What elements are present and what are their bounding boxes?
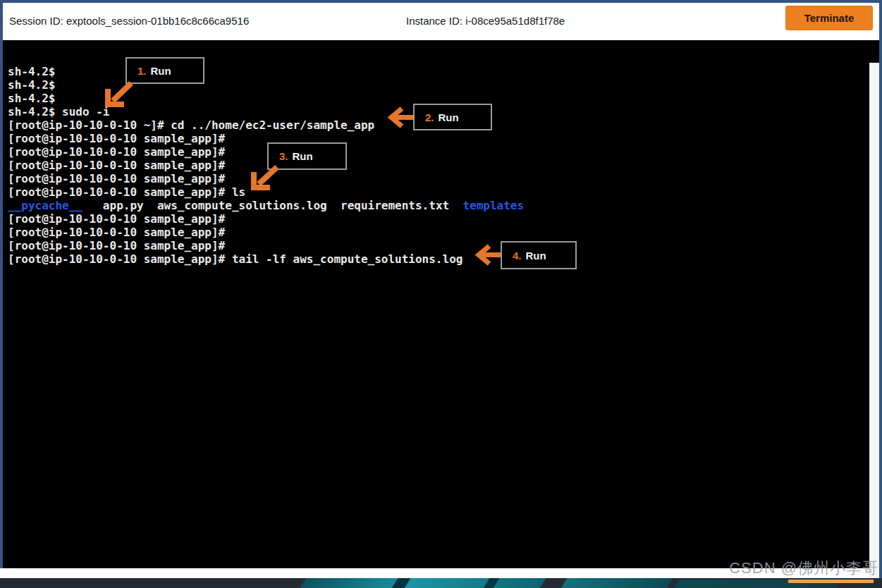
- background-image-strip: [0, 578, 882, 588]
- terminal-line: sh-4.2$: [8, 78, 524, 92]
- callout-step-2: 2. Run: [413, 104, 492, 130]
- terminal-line: [root@ip-10-10-0-10 sample_app]#: [8, 226, 524, 239]
- instance-id: Instance ID: i-08ce95a51d8f1f78e: [406, 15, 565, 27]
- callout-2-number: 2.: [425, 111, 434, 123]
- session-id-label: Session ID:: [9, 15, 63, 27]
- callout-1-label: Run: [151, 65, 171, 77]
- terminal-line: [root@ip-10-10-0-10 sample_app]# tail -l…: [8, 252, 524, 266]
- watermark-underline: [788, 580, 874, 583]
- frame-border-right: [879, 0, 882, 578]
- terminal-scrollbar[interactable]: [869, 63, 879, 578]
- teal-shape: [300, 578, 546, 588]
- left-arrow-icon: [474, 243, 502, 267]
- terminal-line: [root@ip-10-10-0-10 sample_app]#: [8, 132, 524, 145]
- terminal-line: [root@ip-10-10-0-10 sample_app]#: [8, 145, 524, 159]
- terminal-line: sh-4.2$: [8, 65, 524, 78]
- session-manager-window: Session ID: exptools_session-01bb16c8c66…: [0, 0, 882, 588]
- down-left-arrow-icon: [246, 164, 280, 194]
- callout-step-4: 4. Run: [501, 241, 577, 269]
- terminal-line: [root@ip-10-10-0-10 sample_app]#: [8, 239, 524, 252]
- terminal-line: [root@ip-10-10-0-10 sample_app]#: [8, 212, 524, 226]
- down-left-arrow-icon: [100, 80, 134, 111]
- terminal-line: __pycache__ app.py aws_compute_solutions…: [8, 199, 524, 212]
- callout-4-label: Run: [526, 250, 546, 262]
- terminate-button[interactable]: Terminate: [785, 6, 873, 30]
- session-header: Session ID: exptools_session-01bb16c8c66…: [3, 3, 879, 40]
- csdn-watermark: CSDN @佛州小李哥: [729, 558, 878, 579]
- frame-border-left: [0, 0, 3, 568]
- callout-3-number: 3.: [279, 150, 288, 162]
- session-id: Session ID: exptools_session-01bb16c8c66…: [9, 15, 249, 27]
- instance-id-label: Instance ID:: [406, 15, 463, 27]
- callout-step-1: 1. Run: [125, 57, 204, 84]
- instance-id-value: i-08ce95a51d8f1f78e: [465, 15, 565, 27]
- frame-border-top: [0, 0, 882, 3]
- callout-2-label: Run: [439, 111, 459, 123]
- teal-shape: [561, 578, 673, 588]
- callout-1-number: 1.: [137, 65, 147, 77]
- left-arrow-icon: [386, 106, 415, 129]
- callout-3-label: Run: [293, 150, 313, 162]
- session-id-value: exptools_session-01bb16c8c66ca9516: [66, 15, 249, 27]
- callout-4-number: 4.: [513, 250, 522, 262]
